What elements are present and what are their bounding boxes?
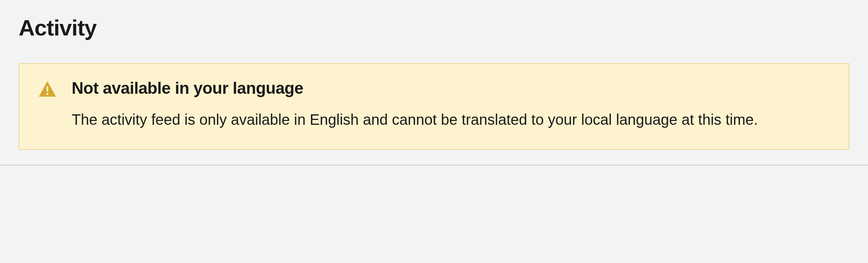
alert-message: The activity feed is only available in E… <box>72 109 811 130</box>
svg-rect-0 <box>47 86 48 92</box>
warning-alert: Not available in your language The activ… <box>19 63 849 150</box>
page-title: Activity <box>19 15 849 41</box>
alert-title: Not available in your language <box>72 79 830 98</box>
alert-content: Not available in your language The activ… <box>72 79 830 130</box>
warning-triangle-icon <box>38 80 57 98</box>
svg-point-1 <box>46 93 48 95</box>
